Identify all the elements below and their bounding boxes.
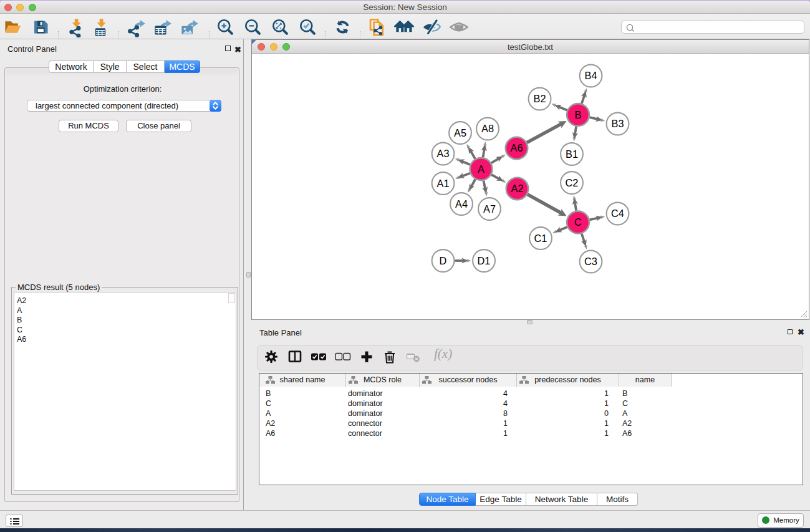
svg-text:B4: B4 bbox=[585, 70, 597, 81]
svg-text:D: D bbox=[440, 255, 447, 266]
svg-text:B1: B1 bbox=[566, 148, 578, 160]
svg-text:C1: C1 bbox=[534, 233, 547, 244]
svg-text:A1: A1 bbox=[437, 178, 450, 189]
svg-text:B3: B3 bbox=[612, 118, 624, 129]
svg-text:C4: C4 bbox=[611, 208, 624, 219]
svg-text:A3: A3 bbox=[437, 148, 450, 159]
svg-text:C2: C2 bbox=[566, 177, 579, 188]
svg-text:C3: C3 bbox=[584, 256, 597, 267]
svg-text:C: C bbox=[574, 216, 582, 228]
svg-text:A5: A5 bbox=[454, 127, 466, 138]
svg-text:D1: D1 bbox=[478, 255, 491, 266]
svg-text:A8: A8 bbox=[481, 123, 494, 134]
svg-text:B2: B2 bbox=[534, 93, 546, 104]
svg-text:A2: A2 bbox=[511, 183, 524, 194]
svg-text:B: B bbox=[575, 109, 582, 120]
svg-text:A: A bbox=[478, 163, 485, 175]
svg-text:A7: A7 bbox=[483, 203, 496, 215]
svg-text:A4: A4 bbox=[455, 198, 468, 210]
svg-text:A6: A6 bbox=[511, 142, 523, 153]
